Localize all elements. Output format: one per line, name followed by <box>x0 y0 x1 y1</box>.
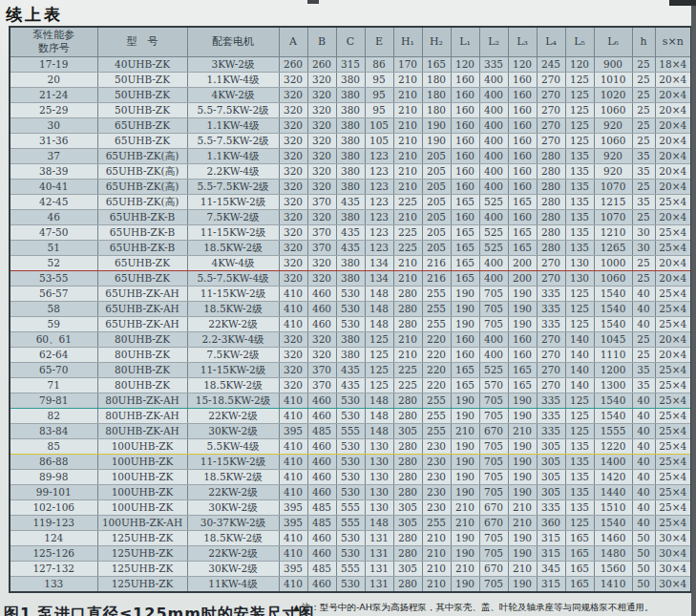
dimension-cell: 380 <box>336 210 365 225</box>
motor-cell: 3KW-2级 <box>187 57 279 73</box>
dimension-cell: 35 <box>632 378 655 393</box>
dimension-cell: 20×4 <box>655 149 691 164</box>
dimension-cell: 135 <box>565 500 594 516</box>
dimension-cell: 460 <box>307 287 336 302</box>
table-row: 79-8180UHB-ZK-AH15-18.5KW-2级410460530148… <box>10 393 691 409</box>
dimension-cell: 125 <box>365 378 393 393</box>
dimension-cell: 125 <box>565 134 594 149</box>
dimension-cell: 255 <box>422 287 451 302</box>
dimension-cell: 25×4 <box>655 317 691 332</box>
dimension-cell: 190 <box>451 470 479 485</box>
dimension-cell: 705 <box>479 455 508 470</box>
table-row: 38-3965UHB-ZK(高)2.2KW-4级3203203801232102… <box>10 164 691 180</box>
dimension-cell: 460 <box>307 577 336 593</box>
dimension-cell: 25×4 <box>655 500 691 516</box>
dimension-cell: 165 <box>508 363 537 378</box>
dimension-cell: 530 <box>336 531 365 546</box>
dimension-cell: 460 <box>307 439 336 455</box>
dimension-cell: 920 <box>594 164 632 180</box>
dimension-cell: 555 <box>336 516 365 531</box>
dimension-cell: 220 <box>422 332 451 348</box>
dimension-cell: 400 <box>479 88 508 103</box>
dimension-cell: 555 <box>336 424 365 439</box>
dimension-cell: 670 <box>479 500 508 516</box>
dimension-cell: 410 <box>279 531 307 546</box>
dimension-cell: 210 <box>422 546 451 562</box>
dimension-cell: 210 <box>508 562 537 577</box>
dimension-cell: 134 <box>365 271 393 287</box>
dimension-cell: 25×4 <box>655 439 691 455</box>
dimension-cell: 1540 <box>594 409 632 424</box>
param-no-cell: 89-98 <box>10 470 97 485</box>
motor-cell: 30KW-2级 <box>187 500 279 516</box>
dimension-cell: 40 <box>632 317 655 332</box>
model-cell: 65UHB-ZK <box>97 118 187 134</box>
dimension-cell: 190 <box>451 409 479 424</box>
dimension-cell: 280 <box>537 180 565 195</box>
dimension-cell: 320 <box>279 134 307 149</box>
table-row: 60、6180UHB-ZK2.2-3KW-4级32032038012521022… <box>10 332 691 348</box>
dimension-cell: 335 <box>537 393 565 409</box>
motor-cell: 18.5KW-2级 <box>187 378 279 393</box>
dimension-cell: 570 <box>479 378 508 393</box>
dimension-cell: 280 <box>393 546 422 562</box>
column-header: H₂ <box>422 27 451 57</box>
dimension-cell: 210 <box>508 516 537 531</box>
param-no-cell: 65-70 <box>10 363 97 378</box>
model-cell: 125UHB-ZK <box>97 577 187 593</box>
param-no-cell: 53-55 <box>10 271 97 287</box>
dimension-cell: 1200 <box>594 363 632 378</box>
dimension-cell: 530 <box>336 302 365 317</box>
dimension-cell: 25 <box>632 118 655 134</box>
dimension-cell: 320 <box>307 348 336 363</box>
column-header: E <box>365 27 393 57</box>
dimension-cell: 220 <box>422 378 451 393</box>
dimension-cell: 270 <box>537 256 565 271</box>
dimension-cell: 190 <box>508 393 537 409</box>
dimension-cell: 125 <box>565 73 594 88</box>
dimension-cell: 40 <box>632 424 655 439</box>
table-row: 5965UHB-ZK-AH22KW-2级41046053014828025519… <box>10 317 691 332</box>
dimension-cell: 30×4 <box>655 531 691 546</box>
dimension-cell: 40 <box>632 393 655 409</box>
dimension-cell: 230 <box>422 470 451 485</box>
dimension-cell: 190 <box>451 531 479 546</box>
column-header: C <box>336 27 365 57</box>
table-row: 7180UHB-ZK18.5KW-2级320370435125225220165… <box>10 378 691 393</box>
model-cell: 80UHB-ZK <box>97 332 187 348</box>
dimension-cell: 135 <box>565 455 594 470</box>
param-no-cell: 83-84 <box>10 424 97 439</box>
dimension-cell: 210 <box>393 256 422 271</box>
page-title: 续上表 <box>6 4 63 26</box>
dimension-cell: 1540 <box>594 287 632 302</box>
dimension-cell: 205 <box>422 164 451 180</box>
dimension-cell: 190 <box>508 302 537 317</box>
dimension-cell: 305 <box>537 455 565 470</box>
dimension-cell: 210 <box>393 164 422 180</box>
dimension-cell: 210 <box>508 500 537 516</box>
dimension-cell: 705 <box>479 393 508 409</box>
dimension-cell: 410 <box>279 317 307 332</box>
dimension-cell: 135 <box>565 164 594 180</box>
dimension-cell: 320 <box>279 164 307 180</box>
dimension-cell: 1265 <box>594 241 632 256</box>
dimension-cell: 360 <box>537 516 565 531</box>
dimension-cell: 320 <box>307 103 336 118</box>
dimension-cell: 165 <box>451 241 479 256</box>
param-no-cell: 25-29 <box>10 103 97 118</box>
dimension-cell: 705 <box>479 531 508 546</box>
dimension-cell: 320 <box>279 73 307 88</box>
motor-cell: 11-15KW-2级 <box>187 287 279 302</box>
dimension-cell: 20×4 <box>655 271 691 287</box>
table-row: 125-126125UHB-ZK22KW-2级41046053013128021… <box>10 546 691 562</box>
dimension-cell: 205 <box>422 241 451 256</box>
dimension-cell: 125 <box>565 88 594 103</box>
param-no-cell: 56-57 <box>10 287 97 302</box>
dimension-cell: 210 <box>451 516 479 531</box>
column-header: L₁ <box>451 27 479 57</box>
dimension-cell: 20×4 <box>655 118 691 134</box>
model-cell: 80UHB-ZK <box>97 363 187 378</box>
model-cell: 65UHB-ZK-AH <box>97 302 187 317</box>
dimension-cell: 380 <box>336 88 365 103</box>
dimension-cell: 160 <box>451 332 479 348</box>
